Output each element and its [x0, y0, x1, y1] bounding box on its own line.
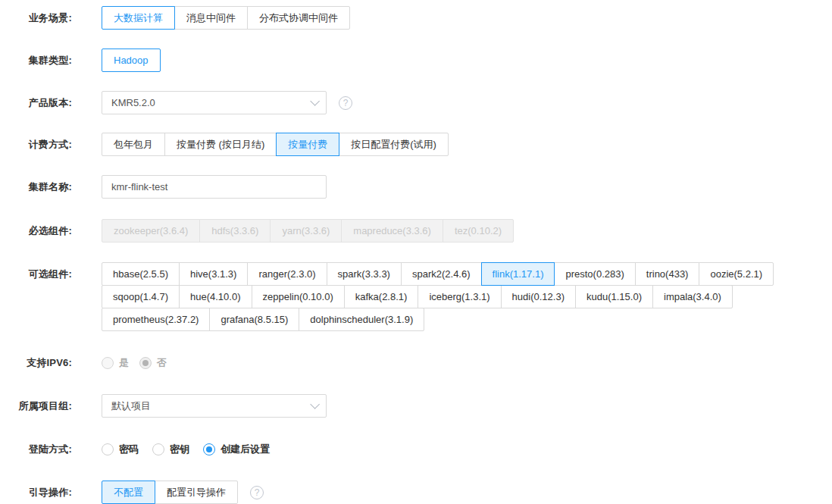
project-group-value: 默认项目: [111, 399, 310, 413]
project-group-select[interactable]: 默认项目: [102, 394, 327, 418]
optional-components-label: 可选组件:: [0, 262, 72, 286]
optional-components-row-3: prometheus(2.37.2) grafana(8.5.15) dolph…: [102, 308, 424, 331]
login-method-label: 登陆方式:: [0, 443, 72, 456]
ipv6-option-yes: 是: [102, 356, 129, 370]
radio-unchecked-disabled-icon: [102, 357, 114, 369]
required-component-mapreduce: mapreduce(3.3.6): [341, 219, 443, 243]
cluster-create-form: 业务场景: 大数据计算 消息中间件 分布式协调中间件 集群类型: Hadoop …: [0, 6, 832, 504]
optional-component-oozie[interactable]: oozie(5.2.1): [699, 262, 774, 286]
bootstrap-option-configure[interactable]: 配置引导操作: [155, 481, 238, 504]
product-version-help-icon[interactable]: ?: [339, 96, 352, 110]
optional-component-zeppelin[interactable]: zeppelin(0.10.0): [252, 285, 345, 308]
required-component-zookeeper: zookeeper(3.6.4): [102, 219, 200, 243]
bootstrap-help-icon[interactable]: ?: [250, 486, 264, 499]
required-component-tez: tez(0.10.2): [443, 219, 514, 243]
scenario-label: 业务场景:: [0, 11, 72, 25]
optional-component-presto[interactable]: presto(0.283): [554, 262, 635, 286]
scenario-option-big-data[interactable]: 大数据计算: [102, 6, 175, 30]
optional-component-kafka[interactable]: kafka(2.8.1): [344, 285, 419, 308]
cluster-name-input-wrap: [102, 175, 327, 199]
bootstrap-actions-label: 引导操作:: [0, 486, 72, 499]
optional-component-kudu[interactable]: kudu(1.15.0): [575, 285, 653, 308]
billing-option-pay-as-you-go-monthly[interactable]: 按量付费 (按日月结): [164, 133, 277, 156]
ipv6-radio-group: 是 否: [102, 356, 177, 370]
radio-checked-disabled-icon: [139, 357, 152, 369]
ipv6-option-no: 否: [139, 356, 167, 370]
form-row-login-method: 登陆方式: 密码 密钥 创建后设置: [0, 443, 832, 456]
login-option-set-after-create-label: 创建后设置: [221, 443, 270, 456]
optional-component-hbase[interactable]: hbase(2.5.5): [102, 262, 180, 286]
optional-components-row-2: sqoop(1.4.7) hue(4.10.0) zeppelin(0.10.0…: [102, 285, 733, 308]
optional-components-row-1: hbase(2.5.5) hive(3.1.3) ranger(2.3.0) s…: [102, 262, 774, 286]
form-row-required-components: 必选组件: zookeeper(3.6.4) hdfs(3.3.6) yarn(…: [0, 219, 832, 243]
required-components-group: zookeeper(3.6.4) hdfs(3.3.6) yarn(3.3.6)…: [102, 219, 514, 243]
optional-component-flink[interactable]: flink(1.17.1): [481, 262, 555, 286]
optional-component-hive[interactable]: hive(3.1.3): [179, 262, 248, 286]
product-version-label: 产品版本:: [0, 96, 72, 110]
optional-component-trino[interactable]: trino(433): [635, 262, 700, 286]
login-option-password[interactable]: 密码: [102, 443, 139, 456]
scenario-button-group: 大数据计算 消息中间件 分布式协调中间件: [102, 6, 350, 30]
billing-button-group: 包年包月 按量付费 (按日月结) 按量付费 按日配置付费(试用): [102, 133, 449, 156]
optional-component-grafana[interactable]: grafana(8.5.15): [209, 308, 299, 331]
scenario-option-message-middleware[interactable]: 消息中间件: [174, 6, 248, 30]
form-row-product-version: 产品版本: KMR5.2.0 ?: [0, 91, 832, 114]
login-option-set-after-create[interactable]: 创建后设置: [203, 443, 270, 456]
bootstrap-option-no-config[interactable]: 不配置: [102, 481, 155, 504]
optional-component-impala[interactable]: impala(3.4.0): [652, 285, 733, 308]
chevron-down-icon: [310, 96, 320, 106]
optional-component-dolphinscheduler[interactable]: dolphinscheduler(3.1.9): [299, 308, 424, 331]
ipv6-option-yes-label: 是: [119, 356, 129, 370]
billing-label: 计费方式:: [0, 138, 72, 152]
required-components-label: 必选组件:: [0, 224, 72, 238]
login-option-key-label: 密钥: [170, 443, 189, 456]
form-row-cluster-name: 集群名称:: [0, 175, 832, 199]
cluster-type-option-hadoop[interactable]: Hadoop: [102, 49, 161, 72]
optional-component-iceberg[interactable]: iceberg(1.3.1): [418, 285, 501, 308]
login-option-password-label: 密码: [119, 443, 139, 456]
form-row-billing: 计费方式: 包年包月 按量付费 (按日月结) 按量付费 按日配置付费(试用): [0, 133, 832, 156]
required-component-yarn: yarn(3.3.6): [270, 219, 342, 243]
scenario-option-distributed-coordination[interactable]: 分布式协调中间件: [247, 6, 350, 30]
radio-unchecked-icon: [102, 443, 114, 455]
form-row-cluster-type: 集群类型: Hadoop: [0, 49, 832, 72]
radio-checked-icon: [203, 443, 215, 455]
product-version-value: KMR5.2.0: [111, 97, 310, 108]
form-row-bootstrap-actions: 引导操作: 不配置 配置引导操作 ?: [0, 481, 832, 504]
login-method-radio-group: 密码 密钥 创建后设置: [102, 443, 270, 456]
form-row-scenario: 业务场景: 大数据计算 消息中间件 分布式协调中间件: [0, 6, 832, 30]
billing-option-daily-config-trial[interactable]: 按日配置付费(试用): [339, 133, 449, 156]
product-version-select[interactable]: KMR5.2.0: [102, 91, 327, 114]
form-row-project-group: 所属项目组: 默认项目: [0, 394, 832, 418]
optional-component-ranger[interactable]: ranger(2.3.0): [247, 262, 327, 286]
optional-component-hue[interactable]: hue(4.10.0): [179, 285, 252, 308]
optional-component-spark[interactable]: spark(3.3.3): [327, 262, 402, 286]
required-component-hdfs: hdfs(3.3.6): [199, 219, 271, 243]
cluster-type-label: 集群类型:: [0, 54, 72, 67]
optional-component-sqoop[interactable]: sqoop(1.4.7): [102, 285, 180, 308]
billing-option-yearly-monthly[interactable]: 包年包月: [102, 133, 165, 156]
radio-unchecked-icon: [152, 443, 164, 455]
form-row-ipv6: 支持IPV6: 是 否: [0, 356, 832, 370]
billing-option-pay-as-you-go[interactable]: 按量付费: [276, 133, 339, 156]
cluster-type-button-group: Hadoop: [102, 49, 161, 72]
ipv6-label: 支持IPV6:: [0, 356, 72, 370]
chevron-down-icon: [310, 399, 320, 409]
ipv6-option-no-label: 否: [157, 356, 167, 370]
cluster-name-label: 集群名称:: [0, 180, 72, 194]
optional-component-hudi[interactable]: hudi(0.12.3): [501, 285, 576, 308]
optional-component-prometheus[interactable]: prometheus(2.37.2): [102, 308, 210, 331]
project-group-label: 所属项目组:: [0, 399, 72, 413]
bootstrap-button-group: 不配置 配置引导操作: [102, 481, 238, 504]
login-option-key[interactable]: 密钥: [152, 443, 189, 456]
cluster-name-input[interactable]: [111, 181, 317, 193]
optional-component-spark2[interactable]: spark2(2.4.6): [401, 262, 482, 286]
form-row-optional-components: 可选组件: hbase(2.5.5) hive(3.1.3) ranger(2.…: [0, 262, 832, 331]
